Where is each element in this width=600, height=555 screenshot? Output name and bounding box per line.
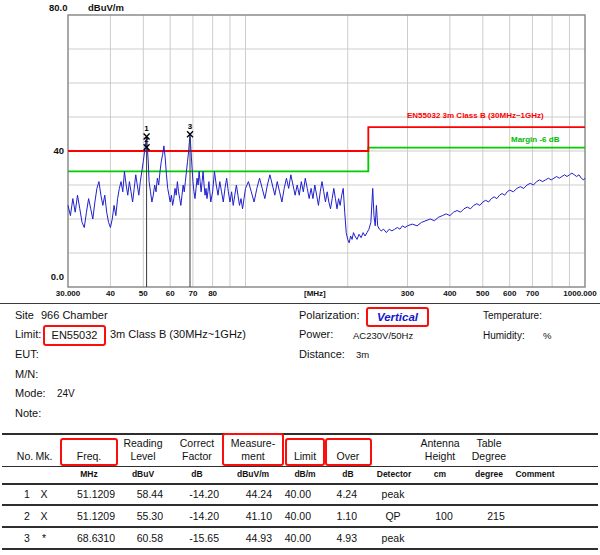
table-top-border — [2, 433, 598, 435]
cell-detector: peak — [365, 488, 421, 500]
column-unit-over: dB — [324, 469, 372, 479]
cell-detector: QP — [365, 510, 421, 522]
x-tick-label: 600 — [503, 289, 516, 298]
power-label: Power: — [299, 328, 333, 340]
header-annotation-box-over — [325, 438, 372, 466]
power-value: AC230V/50Hz — [353, 330, 413, 341]
mode-label: Mode: — [15, 387, 46, 399]
cell-degree: 215 — [468, 510, 524, 522]
x-tick-label: 400 — [443, 289, 456, 298]
site-label: Site — [15, 309, 34, 321]
limit-standard-annotation-box: EN55032 — [43, 325, 106, 346]
x-tick-label: 80 — [208, 289, 217, 298]
x-tick-label: 70 — [188, 289, 197, 298]
column-header-correct: Correct — [168, 437, 226, 449]
cell-correct: -15.65 — [161, 532, 219, 544]
header-annotation-box-limit — [285, 438, 325, 466]
x-tick-label: 50 — [139, 289, 148, 298]
column-unit-detector: Detector — [366, 469, 422, 479]
limit-label: Limit: — [15, 328, 41, 340]
polarization-label: Polarization: — [299, 309, 360, 321]
column-header-correct: Factor — [168, 450, 226, 462]
table-header-divider — [2, 466, 598, 467]
column-unit-measurement: dBuV/m — [223, 469, 283, 479]
humidity-label: Humidity: — [483, 330, 525, 341]
header-annotation-box-freq — [60, 438, 118, 466]
x-tick-label: 60 — [166, 289, 175, 298]
cell-over: 4.93 — [309, 532, 357, 544]
column-unit-correct: dB — [168, 469, 226, 479]
column-header-antenna: Height — [415, 450, 465, 462]
distance-value: 3m — [356, 349, 369, 360]
cell-reading: 55.30 — [105, 510, 163, 522]
x-tick-label: 700 — [526, 289, 539, 298]
column-unit-freq: MHz — [57, 469, 121, 479]
temperature-label: Temperature: — [483, 310, 542, 321]
x-tick-label: 300 — [401, 289, 414, 298]
section-divider — [0, 303, 600, 305]
marker-number: 3 — [188, 122, 193, 131]
limit-description: 3m Class B (30MHz~1GHz) — [110, 328, 246, 340]
x-tick-label: 40 — [106, 289, 115, 298]
column-header-antenna: Antenna — [415, 437, 465, 449]
note-label: Note: — [15, 407, 41, 419]
table-row-divider — [2, 526, 598, 528]
cell-reading: 58.44 — [105, 488, 163, 500]
spectrum-plot: 123 — [0, 0, 600, 303]
cell-limit: 40.00 — [259, 510, 311, 522]
margin-line-label: Margin -6 dB — [511, 135, 559, 144]
limit-standard-value: EN55032 — [52, 329, 98, 341]
column-unit-antenna: cm — [415, 469, 465, 479]
table-bottom-border — [2, 548, 598, 550]
polarization-annotation-box: Vertical — [366, 307, 429, 327]
emission-chart: 80.0 dBuV/m 40 0.0 123 EN55032 3m Class … — [0, 0, 600, 303]
x-tick-label: 1000.000 — [563, 289, 596, 298]
x-axis-unit-label: [MHz] — [304, 289, 326, 298]
cell-correct: -14.20 — [161, 488, 219, 500]
cell-correct: -14.20 — [161, 510, 219, 522]
header-annotation-box-measurement — [222, 433, 284, 466]
x-tick-label: 30.000 — [56, 289, 80, 298]
x-tick-label: 500 — [476, 289, 489, 298]
column-header-mk: Mk. — [33, 450, 55, 462]
cell-over: 4.24 — [309, 488, 357, 500]
column-header-reading: Reading — [114, 437, 172, 449]
marker-number: 2 — [144, 135, 149, 144]
cell-detector: peak — [365, 532, 421, 544]
cell-limit: 40.00 — [259, 532, 311, 544]
cell-antenna: 100 — [419, 510, 469, 522]
distance-label: Distance: — [299, 348, 345, 360]
emc-test-report-page: 80.0 dBuV/m 40 0.0 123 EN55032 3m Class … — [0, 0, 600, 555]
polarization-value: Vertical — [377, 311, 418, 323]
column-unit-reading: dBuV — [114, 469, 172, 479]
table-units-divider — [2, 483, 598, 485]
column-header-degree: Degree — [461, 450, 517, 462]
column-header-degree: Table — [461, 437, 517, 449]
cell-over: 1.10 — [309, 510, 357, 522]
cell-limit: 40.00 — [259, 488, 311, 500]
eut-label: EUT: — [15, 348, 39, 360]
cell-reading: 60.58 — [105, 532, 163, 544]
table-row-divider — [2, 504, 598, 506]
limit-line-label: EN55032 3m Class B (30MHz~1GHz) — [407, 111, 544, 120]
humidity-unit: % — [543, 330, 551, 341]
column-header-reading: Level — [114, 450, 172, 462]
mn-label: M/N: — [15, 368, 38, 380]
site-value: 966 Chamber — [41, 309, 108, 321]
column-unit-comment: Comment — [505, 469, 565, 479]
marker-number: 1 — [144, 124, 149, 133]
mode-value: 24V — [57, 388, 75, 399]
